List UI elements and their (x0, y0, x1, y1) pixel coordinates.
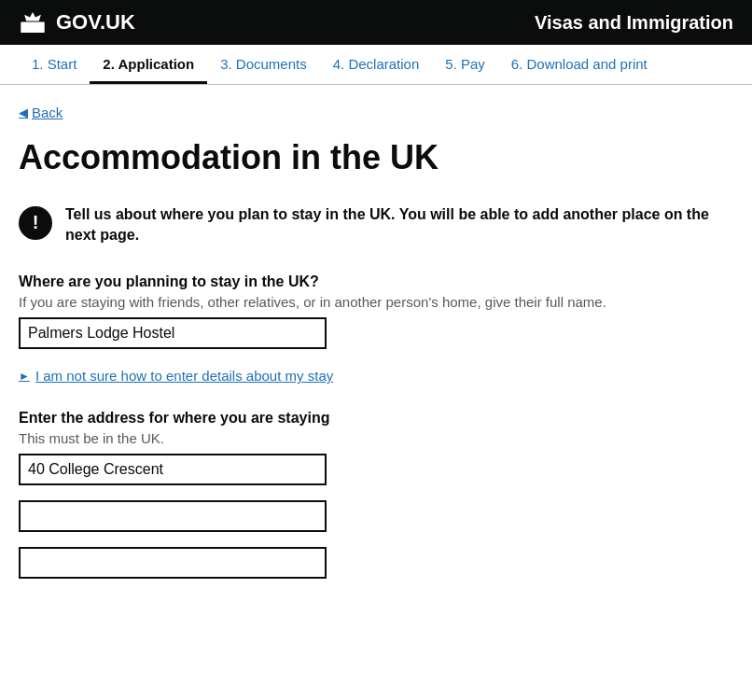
info-panel-text: Tell us about where you plan to stay in … (65, 204, 728, 246)
details-link[interactable]: ► I am not sure how to enter details abo… (19, 368, 728, 384)
nav-step-4[interactable]: 4. Declaration (320, 45, 433, 84)
back-link[interactable]: ◀ Back (19, 105, 63, 120)
details-link-text: I am not sure how to enter details about… (35, 368, 333, 384)
address-section: Enter the address for where you are stay… (19, 410, 728, 579)
nav-step-2[interactable]: 2. Application (90, 45, 207, 84)
info-icon: ! (19, 206, 52, 240)
header-title: Visas and Immigration (535, 12, 733, 34)
page-title: Accommodation in the UK (19, 139, 728, 176)
svg-rect-0 (21, 21, 44, 33)
stay-section: Where are you planning to stay in the UK… (19, 273, 728, 349)
nav-step-1[interactable]: 1. Start (19, 45, 90, 84)
nav-step-3[interactable]: 3. Documents (207, 45, 320, 84)
main-content: ◀ Back Accommodation in the UK ! Tell us… (0, 85, 746, 631)
stay-name-input[interactable] (19, 317, 327, 349)
address-line3-input[interactable] (19, 547, 327, 579)
back-link-text: Back (32, 105, 63, 120)
details-arrow-icon: ► (19, 370, 30, 383)
address-line2-input[interactable] (19, 500, 327, 532)
logo-text: GOV.UK (56, 10, 135, 35)
nav-step-6[interactable]: 6. Download and print (498, 45, 661, 84)
stay-question-label: Where are you planning to stay in the UK… (19, 273, 728, 290)
stay-question-hint: If you are staying with friends, other r… (19, 294, 728, 310)
info-panel: ! Tell us about where you plan to stay i… (19, 204, 728, 246)
site-header: GOV.UK Visas and Immigration (0, 0, 752, 45)
back-arrow-icon: ◀ (19, 105, 28, 119)
crown-icon (19, 9, 47, 35)
address-line1-input[interactable] (19, 454, 327, 485)
gov-logo: GOV.UK (19, 9, 135, 35)
nav-step-5[interactable]: 5. Pay (432, 45, 498, 84)
address-label: Enter the address for where you are stay… (19, 410, 728, 427)
address-hint: This must be in the UK. (19, 430, 728, 446)
progress-nav: 1. Start 2. Application 3. Documents 4. … (0, 45, 752, 85)
